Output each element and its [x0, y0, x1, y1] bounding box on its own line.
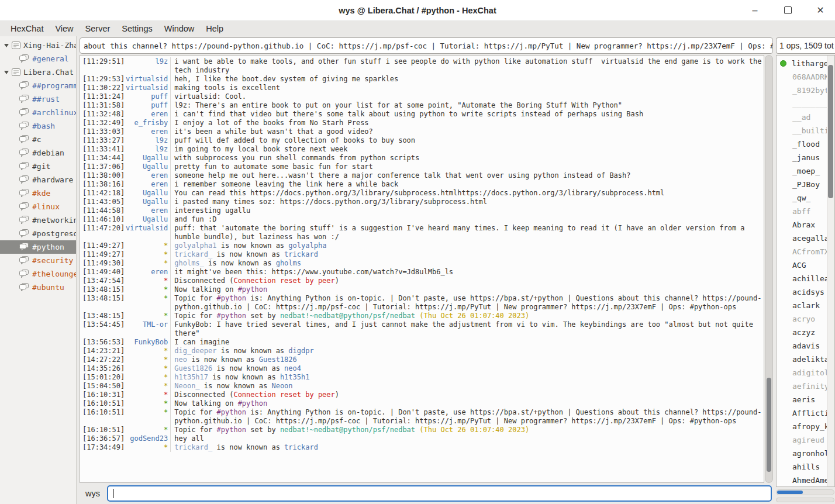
- message-timestamp: [11:31:24]: [80, 92, 125, 101]
- event-star-icon: *: [125, 355, 168, 364]
- user-list-item[interactable]: adigitole: [777, 366, 834, 379]
- channel-item-kde[interactable]: #kde: [0, 187, 76, 200]
- chat-scrollbar-thumb[interactable]: [767, 378, 771, 472]
- userlist-horizontal-scrollbar[interactable]: [776, 489, 834, 495]
- nick-text-separator: [170, 224, 171, 241]
- tree-label: #kde: [32, 189, 50, 198]
- channel-item-networking[interactable]: #networking: [0, 213, 76, 227]
- user-list-item[interactable]: acryo: [777, 312, 834, 326]
- user-list-item[interactable]: _qw_: [777, 191, 834, 205]
- message-segment: Connection reset by peer: [233, 277, 334, 285]
- menu-item-server[interactable]: Server: [80, 22, 116, 35]
- menu-item-help[interactable]: Help: [200, 22, 229, 35]
- menu-item-window[interactable]: Window: [158, 22, 201, 35]
- event-star-icon: *: [125, 277, 168, 285]
- message-text: hey all: [174, 434, 764, 443]
- channel-item-hardware[interactable]: #hardware: [0, 173, 76, 187]
- message-segment: Neoon: [271, 382, 292, 390]
- user-list-item[interactable]: ________: [777, 97, 834, 111]
- user-list-item[interactable]: __ad: [777, 111, 834, 124]
- channel-item-security[interactable]: #security: [0, 254, 76, 267]
- close-button[interactable]: ✕: [814, 4, 827, 17]
- minimize-button[interactable]: –: [748, 4, 761, 17]
- chat-message: [11:34:44]Ugalluwith subprocess you run …: [80, 154, 764, 163]
- channel-item-debian[interactable]: #debian: [0, 146, 76, 160]
- channel-item-ubuntu[interactable]: #ubuntu: [0, 281, 76, 294]
- user-list-item[interactable]: _flood: [777, 137, 834, 151]
- channel-item-thelounge[interactable]: #thelounge: [0, 267, 76, 281]
- channel-item-programming[interactable]: ##programming: [0, 79, 76, 92]
- user-list-item[interactable]: _moep_: [777, 164, 834, 178]
- user-list-item[interactable]: ahills: [777, 460, 834, 474]
- user-list-item[interactable]: afropy_ke: [777, 420, 834, 433]
- channel-item-git[interactable]: #git: [0, 160, 76, 173]
- message-segment: Now talking on: [174, 399, 237, 408]
- window-title: wys @ Libera.Chat / #python - HexChat: [339, 6, 496, 15]
- user-list-item[interactable]: Afflictio: [777, 406, 834, 420]
- user-list-item[interactable]: adavis: [777, 339, 834, 353]
- user-list-item[interactable]: _8192byte: [777, 84, 834, 97]
- user-nick: abff: [792, 207, 810, 216]
- message-timestamp: [13:47:54]: [80, 277, 125, 285]
- main-panel: about this channel? https://pound-python…: [77, 36, 775, 504]
- message-segment: is now known as: [217, 241, 289, 250]
- chat-message: [11:31:24]puffvirtualsid: Cool.: [80, 92, 764, 101]
- message-segment: is now known as: [212, 364, 284, 372]
- server-item-Xing-Hai-Zhar[interactable]: Xing-Hai-Zhar: [0, 39, 76, 52]
- channel-item-archlinux[interactable]: #archlinux: [0, 106, 76, 119]
- user-list-item[interactable]: agireud: [777, 433, 834, 447]
- user-list-item[interactable]: litharge: [777, 57, 834, 70]
- chat-message: [11:49:27]*trickard_ is now known as tri…: [80, 250, 764, 259]
- user-list-item[interactable]: acegalla-: [777, 232, 834, 245]
- server-item-Libera.Chat[interactable]: Libera.Chat: [0, 65, 76, 79]
- chat-scrollbar[interactable]: [765, 55, 773, 483]
- menu-item-view[interactable]: View: [49, 22, 79, 35]
- chat-message: [13:48:15]*Topic for #python set by nedb…: [80, 312, 764, 320]
- user-list-item[interactable]: Abrax: [777, 218, 834, 232]
- user-list-item[interactable]: aclark: [777, 299, 834, 312]
- expander-icon[interactable]: [4, 71, 9, 74]
- channel-item-c[interactable]: #c: [0, 133, 76, 146]
- channel-item-python[interactable]: #python: [0, 240, 76, 254]
- user-list-item[interactable]: achilleas: [777, 272, 834, 285]
- user-list-item[interactable]: ACfromTX: [777, 245, 834, 258]
- expander-icon[interactable]: [4, 44, 9, 47]
- channel-item-linux[interactable]: #linux: [0, 200, 76, 213]
- message-segment: is now known as: [212, 250, 284, 258]
- channel-item-bash[interactable]: #bash: [0, 119, 76, 133]
- user-list-item[interactable]: aeris: [777, 393, 834, 406]
- menu-item-settings[interactable]: Settings: [116, 22, 158, 35]
- message-text: with subprocess you run shell commands f…: [174, 154, 764, 163]
- user-list-item[interactable]: _janus: [777, 151, 834, 164]
- channel-item-general[interactable]: #general: [0, 52, 76, 65]
- user-list-item[interactable]: AhmedAmer: [777, 474, 834, 487]
- channel-item-rust[interactable]: ##rust: [0, 92, 76, 106]
- userlist-horizontal-scrollbar-thumb[interactable]: [777, 491, 803, 494]
- channel-item-postgresql[interactable]: #postgresql: [0, 227, 76, 240]
- message-timestamp: [11:38:16]: [80, 180, 125, 189]
- message-segment: i want be able to make tools, and other …: [174, 57, 764, 74]
- message-input[interactable]: [107, 485, 772, 502]
- topic-input[interactable]: about this channel? https://pound-python…: [80, 37, 773, 54]
- chat-message: [15:04:50]*Neoon_ is now known as Neoon: [80, 382, 764, 391]
- user-list-item[interactable]: abff: [777, 205, 834, 218]
- user-list-item[interactable]: _PJBoy: [777, 178, 834, 191]
- userlist-scrollbar-thumb[interactable]: [828, 65, 833, 198]
- user-panel: 1 ops, 1509 tot litharge068AADRKN_8192by…: [775, 36, 835, 504]
- user-list-item[interactable]: acidsys: [777, 285, 834, 299]
- user-list-item[interactable]: 068AADRKN: [777, 70, 834, 84]
- menu-item-hexchat[interactable]: HexChat: [5, 22, 49, 35]
- message-segment: h1t35h1: [280, 373, 310, 381]
- user-list-item[interactable]: __builtin: [777, 124, 834, 137]
- message-text: i can't find that video but there's some…: [174, 110, 764, 119]
- userlist-scrollbar[interactable]: [827, 56, 834, 486]
- chat-message: [16:10:51]*Topic for #python set by nedb…: [80, 426, 764, 434]
- message-timestamp: [11:47:20]: [80, 224, 125, 241]
- maximize-button[interactable]: [781, 4, 794, 17]
- user-list-item[interactable]: adeliktas: [777, 353, 834, 366]
- user-list-item[interactable]: aefinity: [777, 379, 834, 393]
- user-list-item[interactable]: ACG: [777, 258, 834, 272]
- user-list-item[interactable]: agronholm: [777, 447, 834, 460]
- user-list-item[interactable]: aczyz: [777, 326, 834, 339]
- message-timestamp: [16:10:51]: [80, 426, 125, 434]
